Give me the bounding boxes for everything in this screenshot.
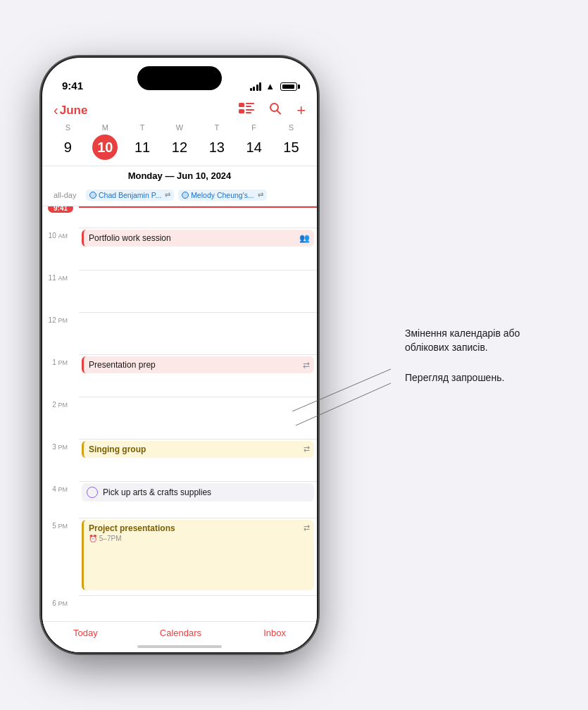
time-label-11am: 11 AM bbox=[42, 270, 79, 312]
shared-icon: 👥 bbox=[299, 233, 310, 243]
add-event-icon[interactable]: + bbox=[296, 103, 306, 118]
calendar-header: ‹ June bbox=[42, 96, 317, 123]
time-slot-4pm: 4 PM Pick up arts & crafts supplies bbox=[42, 481, 317, 518]
time-slot-10am: 10 AM Portfolio work session 👥 bbox=[42, 228, 317, 270]
project-event-subtitle: ⏰ 5–7PM bbox=[89, 535, 121, 542]
time-label-4pm: 4 PM bbox=[42, 481, 79, 518]
all-day-event-chad[interactable]: Chad Benjamin P... ⇄ bbox=[86, 189, 174, 201]
time-slot-3pm: 3 PM Singing group ⇄ bbox=[42, 439, 317, 481]
wifi-icon: ▲ bbox=[265, 81, 275, 92]
svg-rect-0 bbox=[239, 103, 244, 107]
dynamic-island bbox=[137, 66, 222, 90]
search-icon[interactable] bbox=[268, 101, 282, 119]
current-time-line bbox=[79, 206, 317, 208]
tab-inbox[interactable]: Inbox bbox=[263, 628, 286, 638]
arts-crafts-task[interactable]: Pick up arts & crafts supplies bbox=[82, 483, 314, 502]
time-slot-6pm: 6 PM bbox=[42, 595, 317, 621]
svg-rect-5 bbox=[246, 112, 251, 113]
shared-icon-3: ⇄ bbox=[304, 444, 310, 454]
time-slot-2pm: 2 PM bbox=[42, 397, 317, 439]
sync-icon-2: ⇄ bbox=[258, 191, 263, 199]
week-day-wed[interactable]: W 12 bbox=[164, 123, 195, 160]
time-slot-12pm: 12 PM bbox=[42, 312, 317, 354]
event-dot-icon bbox=[89, 192, 96, 199]
time-label-3pm: 3 PM bbox=[42, 439, 79, 481]
signal-bars-icon bbox=[250, 82, 262, 91]
time-label-6pm: 6 PM bbox=[42, 595, 79, 621]
all-day-event-melody-title: Melody Cheung's... bbox=[191, 191, 254, 199]
time-slot-9am: 9:41 bbox=[42, 206, 317, 228]
task-circle-icon bbox=[87, 487, 98, 498]
header-icons: + bbox=[239, 101, 306, 119]
week-day-mon[interactable]: M 10 bbox=[89, 123, 120, 160]
all-day-label: all-day bbox=[54, 191, 80, 199]
svg-rect-1 bbox=[246, 103, 254, 104]
singing-event-title: Singing group bbox=[89, 444, 146, 454]
shared-icon-2: ⇄ bbox=[303, 360, 310, 370]
home-indicator bbox=[137, 645, 222, 648]
annotation-svg bbox=[391, 270, 546, 383]
date-heading: Monday — Jun 10, 2024 bbox=[42, 166, 317, 184]
time-slot-1pm: 1 PM Presentation prep ⇄ bbox=[42, 354, 317, 397]
singing-event[interactable]: Singing group ⇄ bbox=[82, 441, 314, 458]
time-label-1pm: 1 PM bbox=[42, 354, 79, 397]
svg-line-7 bbox=[277, 111, 281, 114]
arts-crafts-title: Pick up arts & crafts supplies bbox=[103, 487, 211, 497]
project-event[interactable]: Project presentations ⏰ 5–7PM ⇄ bbox=[82, 520, 314, 590]
status-icons: ▲ bbox=[250, 81, 297, 92]
tab-calendars[interactable]: Calendars bbox=[160, 628, 201, 638]
time-label-12pm: 12 PM bbox=[42, 312, 79, 354]
battery-icon bbox=[280, 82, 297, 91]
svg-rect-3 bbox=[239, 109, 244, 113]
list-view-icon[interactable] bbox=[239, 102, 254, 118]
phone-frame: 9:41 ▲ ‹ June bbox=[42, 58, 317, 652]
time-slot-5pm: 5 PM Project presentations ⏰ 5–7PM ⇄ bbox=[42, 518, 317, 595]
time-label-9am: 9:41 bbox=[42, 206, 79, 228]
all-day-row: all-day Chad Benjamin P... ⇄ Melody Cheu… bbox=[42, 184, 317, 206]
event-dot-icon-2 bbox=[182, 192, 189, 199]
portfolio-event[interactable]: Portfolio work session 👥 bbox=[82, 230, 314, 247]
app-content: ‹ June bbox=[42, 96, 317, 652]
presentation-event[interactable]: Presentation prep ⇄ bbox=[82, 356, 314, 373]
week-day-tue[interactable]: T 11 bbox=[127, 123, 158, 160]
annotations: Змінення календарів або облікових записі… bbox=[405, 327, 546, 385]
current-time-badge: 9:41 bbox=[48, 206, 73, 213]
portfolio-event-title: Portfolio work session bbox=[89, 233, 171, 243]
back-button[interactable]: ‹ June bbox=[54, 102, 87, 118]
week-strip: S 9 M 10 T 11 W 12 T 13 bbox=[42, 123, 317, 166]
all-day-event-chad-title: Chad Benjamin P... bbox=[99, 191, 161, 199]
status-time: 9:41 bbox=[62, 80, 83, 92]
project-event-title: Project presentations bbox=[89, 523, 309, 533]
time-label-2pm: 2 PM bbox=[42, 397, 79, 439]
svg-rect-4 bbox=[246, 109, 254, 111]
timeline: 9:41 10 AM Portfolio work session bbox=[42, 206, 317, 621]
week-day-fri[interactable]: F 14 bbox=[239, 123, 270, 160]
time-slot-11am: 11 AM bbox=[42, 270, 317, 312]
all-day-events: Chad Benjamin P... ⇄ Melody Cheung's... … bbox=[86, 189, 306, 201]
all-day-event-melody[interactable]: Melody Cheung's... ⇄ bbox=[178, 189, 267, 201]
shared-icon-4: ⇄ bbox=[304, 523, 310, 532]
time-label-5pm: 5 PM bbox=[42, 518, 79, 595]
presentation-event-title: Presentation prep bbox=[89, 360, 156, 370]
tab-today[interactable]: Today bbox=[73, 628, 98, 638]
time-label-10am: 10 AM bbox=[42, 228, 79, 270]
week-day-thu[interactable]: T 13 bbox=[201, 123, 232, 160]
week-day-sat[interactable]: S 15 bbox=[275, 123, 306, 160]
back-arrow-icon: ‹ bbox=[54, 102, 58, 118]
month-title: June bbox=[60, 104, 88, 118]
sync-icon: ⇄ bbox=[165, 191, 170, 199]
svg-rect-2 bbox=[246, 106, 251, 107]
week-day-sun[interactable]: S 9 bbox=[52, 123, 83, 160]
